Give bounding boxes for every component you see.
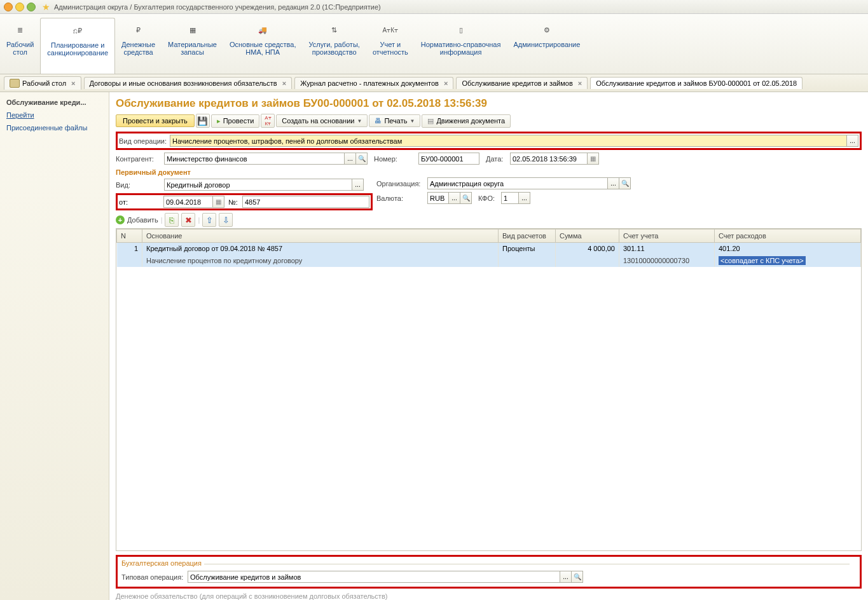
close-icon[interactable]: × bbox=[444, 79, 448, 87]
select-button[interactable]: ... bbox=[345, 153, 356, 165]
col-sum[interactable]: Сумма bbox=[556, 229, 619, 243]
calendar-icon: ▦ bbox=[590, 155, 596, 162]
search-button[interactable]: 🔍 bbox=[356, 153, 368, 165]
select-button[interactable]: ... bbox=[608, 177, 619, 189]
ribbon-reference[interactable]: ▯ Нормативно-справочная информация bbox=[415, 18, 507, 74]
menu-icon: ≣ bbox=[6, 22, 34, 38]
tab-journal[interactable]: Журнал расчетно - платежных документов × bbox=[294, 77, 453, 89]
page-title: Обслуживание кредитов и займов БУ00-0000… bbox=[116, 97, 862, 110]
search-icon: 🔍 bbox=[621, 180, 629, 187]
move-down-button[interactable]: ⇩ bbox=[219, 213, 233, 227]
delete-row-button[interactable]: ✖ bbox=[181, 213, 195, 227]
planning-icon: ⎌₽ bbox=[47, 22, 108, 39]
currency-label: Валюта: bbox=[376, 194, 427, 202]
search-button[interactable]: 🔍 bbox=[460, 192, 472, 204]
close-icon[interactable]: × bbox=[578, 79, 582, 87]
search-button[interactable]: 🔍 bbox=[572, 571, 583, 583]
dtkt-icon: АᴛКᴛ bbox=[265, 115, 271, 126]
calendar-button[interactable]: ▦ bbox=[213, 196, 224, 208]
ribbon-money[interactable]: ₽ Денежные средства bbox=[115, 18, 162, 74]
star-icon[interactable]: ★ bbox=[42, 2, 50, 12]
kind-input[interactable]: Кредитный договор bbox=[164, 179, 352, 191]
window-title: Администрация округа / Бухгалтерия госуд… bbox=[54, 3, 381, 11]
arrow-down-icon: ⇩ bbox=[223, 215, 230, 225]
window-btn-2[interactable] bbox=[15, 3, 24, 11]
from-date-input[interactable]: 09.04.2018 bbox=[163, 196, 213, 208]
tab-desktop[interactable]: Рабочий стол × bbox=[4, 76, 81, 90]
org-input[interactable]: Администрация округа bbox=[427, 177, 608, 189]
tab-loan-doc[interactable]: Обслуживание кредитов и займов БУ00-0000… bbox=[590, 77, 803, 89]
col-exp-acct[interactable]: Счет расходов bbox=[715, 229, 861, 243]
dtkt-button[interactable]: АᴛКᴛ bbox=[261, 114, 275, 128]
post-and-close-button[interactable]: Провести и закрыть bbox=[116, 114, 195, 127]
col-basis[interactable]: Основание bbox=[142, 229, 499, 243]
window-btn-3[interactable] bbox=[27, 3, 36, 11]
add-row-button[interactable]: + Добавить bbox=[116, 215, 158, 224]
primary-doc-header: Первичный документ bbox=[116, 168, 370, 176]
n-input[interactable]: 4857 bbox=[242, 196, 369, 208]
save-button[interactable]: 💾 bbox=[196, 114, 210, 128]
ribbon-assets[interactable]: 🚚 Основные средства, НМА, НПА bbox=[223, 18, 303, 74]
tab-contracts[interactable]: Договоры и иные основания возникновения … bbox=[84, 77, 293, 89]
sidebar-goto[interactable]: Перейти bbox=[0, 109, 109, 121]
print-icon: 🖶 bbox=[375, 117, 382, 125]
col-n[interactable]: N bbox=[117, 229, 142, 243]
copy-row-button[interactable]: ⎘ bbox=[165, 213, 179, 227]
date-input[interactable]: 02.05.2018 13:56:39 bbox=[510, 153, 588, 165]
ribbon-admin[interactable]: ⚙ Администрирование bbox=[507, 18, 586, 74]
ribbon-planning[interactable]: ⎌₽ Планирование и санкционирование bbox=[40, 18, 115, 74]
contractor-label: Контрагент: bbox=[116, 155, 164, 163]
number-input[interactable]: БУ00-000001 bbox=[418, 153, 479, 165]
move-up-button[interactable]: ⇧ bbox=[202, 213, 216, 227]
date-label: Дата: bbox=[486, 155, 510, 163]
search-icon: 🔍 bbox=[462, 194, 470, 201]
ribbon: ≣ Рабочий стол ⎌₽ Планирование и санкцио… bbox=[0, 14, 868, 74]
col-acct[interactable]: Счет учета bbox=[619, 229, 715, 243]
search-icon: 🔍 bbox=[574, 573, 581, 580]
typical-op-input[interactable]: Обслуживание кредитов и займов bbox=[188, 571, 560, 583]
table-row[interactable]: Начисление процентов по кредитному догов… bbox=[117, 254, 861, 267]
sidebar-attachments[interactable]: Присоединенные файлы bbox=[0, 121, 109, 134]
ribbon-services[interactable]: ⇅ Услуги, работы, производство bbox=[303, 18, 366, 74]
create-on-basis-button[interactable]: Создать на основании▼ bbox=[276, 114, 368, 127]
tab-loans-list[interactable]: Обслуживание кредитов и займов × bbox=[456, 77, 588, 89]
gear-icon: ⚙ bbox=[513, 22, 580, 38]
book-icon: ▯ bbox=[421, 22, 501, 38]
select-button[interactable]: ... bbox=[352, 179, 364, 191]
calendar-button[interactable]: ▦ bbox=[588, 153, 599, 165]
number-label: Номер: bbox=[374, 155, 418, 163]
calendar-icon: ▦ bbox=[216, 198, 221, 205]
boxes-icon: ▦ bbox=[168, 22, 217, 38]
hint-text: Денежное обязательство (для операций с в… bbox=[116, 592, 862, 600]
sidebar-header: Обслуживание креди... bbox=[0, 96, 109, 109]
ribbon-accounting[interactable]: АᴛКᴛ Учет и отчетность bbox=[366, 18, 415, 74]
ribbon-materials[interactable]: ▦ Материальные запасы bbox=[162, 18, 223, 74]
ruble-icon: ₽ bbox=[121, 22, 155, 38]
op-type-highlight: Вид операции: Начисление процентов, штра… bbox=[116, 132, 862, 150]
doc-icon: ▤ bbox=[427, 117, 434, 125]
select-button[interactable]: ... bbox=[519, 192, 530, 204]
chevron-down-icon: ▼ bbox=[357, 118, 362, 124]
grid[interactable]: N Основание Вид расчетов Сумма Счет учет… bbox=[116, 228, 862, 551]
col-calc-type[interactable]: Вид расчетов bbox=[499, 229, 556, 243]
ribbon-desktop[interactable]: ≣ Рабочий стол bbox=[0, 18, 40, 74]
close-icon[interactable]: × bbox=[71, 79, 75, 87]
typical-op-label: Типовая операция: bbox=[121, 573, 188, 581]
select-button[interactable]: ... bbox=[847, 135, 858, 147]
post-icon: ▸ bbox=[217, 117, 221, 125]
accounting-op-header: Бухгалтерская операция bbox=[121, 559, 856, 567]
contractor-input[interactable]: Министерство финансов bbox=[164, 153, 345, 165]
selected-cell[interactable]: <совпадает с КПС учета> bbox=[719, 256, 806, 265]
select-button[interactable]: ... bbox=[560, 571, 572, 583]
close-icon[interactable]: × bbox=[282, 79, 286, 87]
op-type-input[interactable]: Начисление процентов, штрафов, пеней по … bbox=[170, 135, 847, 147]
select-button[interactable]: ... bbox=[449, 192, 460, 204]
currency-input[interactable]: RUB bbox=[427, 192, 449, 204]
table-row[interactable]: 1 Кредитный договор от 09.04.2018 № 4857… bbox=[117, 243, 861, 255]
post-button[interactable]: ▸Провести bbox=[211, 114, 260, 128]
print-button[interactable]: 🖶Печать▼ bbox=[369, 114, 420, 127]
movements-button[interactable]: ▤Движения документа bbox=[422, 114, 511, 128]
search-button[interactable]: 🔍 bbox=[619, 177, 631, 189]
kfo-input[interactable]: 1 bbox=[501, 192, 519, 204]
window-btn-1[interactable] bbox=[4, 3, 13, 11]
